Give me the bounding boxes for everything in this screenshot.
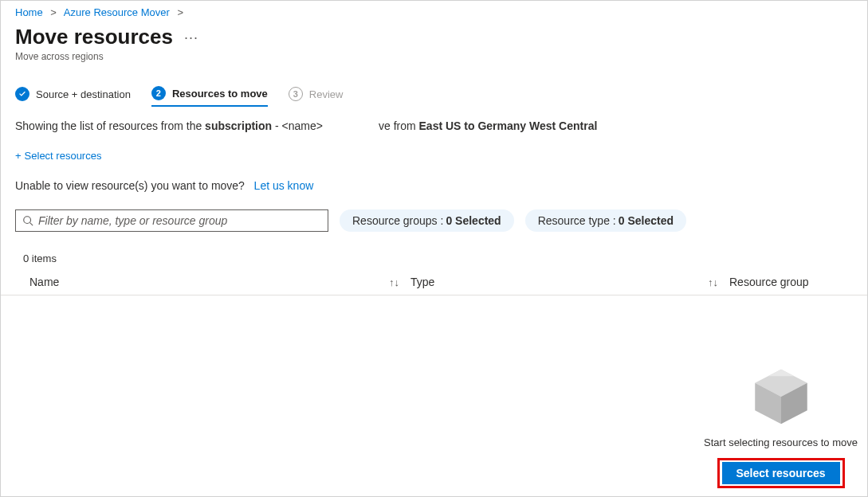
column-resource-group[interactable]: Resource group [729,276,853,288]
help-text: Unable to view resource(s) you want to m… [15,179,245,192]
resource-type-filter[interactable]: Resource type : 0 Selected [525,209,686,232]
empty-message: Start selecting resources to move [704,436,858,448]
check-icon [15,87,29,101]
chevron-right-icon: > [50,6,57,18]
context-text: Showing the list of resources from the s… [1,107,867,132]
filter-input-wrapper[interactable] [15,209,328,232]
sort-icon: ↑↓ [708,276,718,288]
svg-line-1 [30,223,33,226]
sort-icon: ↑↓ [389,276,399,288]
item-count: 0 items [1,232,867,264]
more-icon[interactable]: ··· [184,30,198,45]
cube-icon [749,366,813,428]
step-label: Resources to move [172,88,268,100]
let-us-know-link[interactable]: Let us know [254,179,314,192]
column-name[interactable]: Name ↑↓ [29,276,410,288]
step-number-icon: 2 [151,86,166,100]
breadcrumb: Home > Azure Resource Mover > [1,1,867,18]
page-title: Move resources [15,25,173,49]
step-resources-to-move[interactable]: 2 Resources to move [151,86,268,107]
step-review: 3 Review [289,86,344,107]
select-resources-link[interactable]: +Select resources [15,150,101,162]
highlight-frame: Select resources [717,458,845,488]
column-type[interactable]: Type ↑↓ [410,276,729,288]
svg-point-0 [24,217,31,224]
select-resources-button[interactable]: Select resources [722,462,840,484]
wizard-steps: Source + destination 2 Resources to move… [1,62,867,107]
step-number-icon: 3 [289,87,303,101]
table-header: Name ↑↓ Type ↑↓ Resource group [1,264,867,295]
breadcrumb-home[interactable]: Home [15,6,43,18]
chevron-right-icon: > [177,6,183,18]
empty-state: Start selecting resources to move Select… [704,366,858,488]
breadcrumb-service[interactable]: Azure Resource Mover [64,6,170,18]
search-icon [22,215,33,226]
step-label: Review [309,88,344,100]
step-source-destination[interactable]: Source + destination [15,86,131,107]
step-label: Source + destination [36,88,131,100]
resource-groups-filter[interactable]: Resource groups : 0 Selected [340,209,514,232]
plus-icon: + [15,150,22,162]
filter-input[interactable] [38,214,321,227]
page-subtitle: Move across regions [1,49,867,62]
